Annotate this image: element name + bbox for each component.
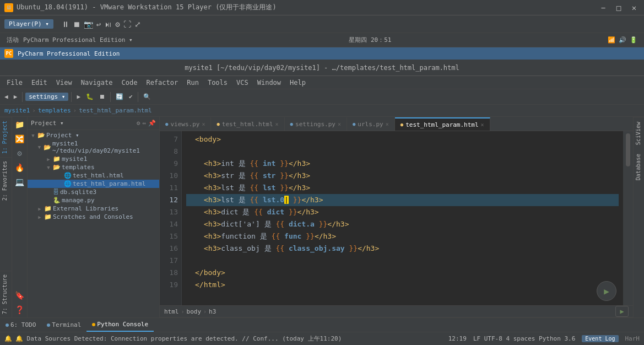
tab-close-urls[interactable]: × (386, 121, 389, 127)
tree-external-libs[interactable]: ▶ 📁 External Libraries (28, 204, 159, 213)
vmware-fullscreen-icon[interactable]: ⛶ (123, 20, 131, 29)
menu-vcs[interactable]: VCS (232, 76, 253, 89)
tree-manage-py[interactable]: ▶ 🐍 manage.py (28, 196, 159, 204)
tab-close-test-html[interactable]: × (275, 121, 279, 127)
run-button[interactable]: ▶ (597, 281, 616, 301)
tree-test-html-param[interactable]: ▶ 🌐 test_html_param.html (28, 180, 159, 188)
bc-html[interactable]: html (164, 308, 179, 315)
line-num-17: 17 (160, 255, 178, 267)
tab-test-html-param[interactable]: ● test_html_param.html × (395, 117, 490, 131)
vmware-restore-icon[interactable]: ↩ (96, 20, 101, 29)
editor-scrollbar[interactable] (626, 133, 630, 166)
tab-close-views[interactable]: × (202, 121, 205, 127)
menu-navigate[interactable]: Navigate (77, 76, 117, 89)
bottom-tab-terminal[interactable]: Terminal (41, 318, 86, 332)
vmware-settings-icon[interactable]: ⚙ (115, 20, 120, 29)
breadcrumb-templates[interactable]: templates (38, 107, 71, 114)
vmware-unity-icon[interactable]: ⤢ (134, 20, 141, 29)
tree-mysite1-sub[interactable]: ▶ 📁 mysite1 (28, 155, 159, 163)
left-icon-bar: 📁 🔀 ⚙ 🔥 💻 🔖 ❓ (12, 117, 28, 317)
tree-templates[interactable]: ▼ 📂 templates (28, 163, 159, 171)
settings-button[interactable]: settings ▾ (25, 93, 68, 101)
tab-test-html[interactable]: ● test_html.html × (211, 117, 284, 131)
bottom-tabs: 6: TODO Terminal Python Console (0, 317, 644, 332)
tree-test-html[interactable]: ▶ 🌐 test_html.html (28, 171, 159, 180)
toolbar-debug-icon[interactable]: 🐛 (84, 92, 96, 101)
project-expand-icon[interactable]: ⇔ (142, 120, 146, 127)
menu-window[interactable]: Window (253, 76, 285, 89)
run-icon-bottom[interactable]: ▶ (615, 306, 629, 317)
tab-close-test-html-param[interactable]: × (481, 122, 484, 128)
toolbar-forward-icon[interactable]: ▶ (12, 92, 20, 101)
tab-views-py[interactable]: ● views.py × (160, 117, 211, 131)
volume-icon[interactable]: 🔊 (619, 36, 626, 44)
code-editor[interactable]: 7 8 9 10 11 12 13 14 15 16 17 18 19 <bod… (160, 131, 633, 305)
tree-project-root[interactable]: ▼ 📂 Project ▾ (28, 131, 159, 139)
vmware-suspend-icon[interactable]: ⏯ (104, 20, 112, 29)
toolbar-git-icon[interactable]: 🔄 (113, 92, 126, 101)
menu-tools[interactable]: Tools (203, 76, 232, 89)
tree-scratches[interactable]: ▶ 📁 Scratches and Consoles (28, 213, 159, 221)
code-line-7: <body> (186, 133, 619, 145)
toolbar-stop-icon[interactable]: ⏹ (97, 92, 107, 101)
folder-icon-mysite1-sub: 📁 (53, 155, 61, 163)
vmware-stop-icon[interactable]: ⏹ (73, 20, 80, 29)
left-tab-structure[interactable]: 7: Structure (0, 271, 12, 317)
tree-db-sqlite[interactable]: ▶ 🗄 db.sqlite3 (28, 188, 159, 196)
tab-close-settings[interactable]: × (338, 121, 341, 127)
player-menu[interactable]: Player(P) ▾ (4, 19, 53, 29)
sidebar-settings-icon[interactable]: ⚙ (14, 148, 25, 159)
breadcrumb-mysite1[interactable]: mysite1 (4, 107, 30, 114)
sidebar-help-icon[interactable]: ❓ (14, 304, 25, 315)
left-tab-favorites[interactable]: 2: Favorites (0, 157, 12, 204)
maximize-button[interactable]: □ (613, 3, 624, 12)
toolbar-back-icon[interactable]: ◀ (2, 92, 10, 101)
code-line-17 (186, 255, 619, 267)
line-num-13: 13 (160, 206, 178, 218)
breadcrumb-file[interactable]: test_html_param.html (79, 107, 151, 114)
toolbar-search-icon[interactable]: 🔍 (141, 92, 153, 101)
vmware-snapshot-icon[interactable]: 📷 (84, 20, 93, 29)
code-line-14: <h3>dict['a'] 是 {{ dict.a }}</h3> (186, 218, 619, 230)
menu-view[interactable]: View (52, 76, 77, 89)
ide-bar: PC PyCharm Professional Edition (0, 47, 644, 60)
menu-run[interactable]: Run (182, 76, 203, 89)
minimize-button[interactable]: − (598, 3, 609, 12)
bc-h3[interactable]: h3 (209, 308, 216, 315)
tree-label-mysite1: mysite1 ~/tedu/vip/day02/mysite1 (52, 140, 159, 154)
tab-settings-py[interactable]: ● settings.py × (285, 117, 347, 131)
sidebar-terminal-icon[interactable]: 💻 (14, 176, 25, 187)
sidebar-fire-icon[interactable]: 🔥 (14, 162, 25, 173)
tree-mysite1-root[interactable]: ▼ 📂 mysite1 ~/tedu/vip/day02/mysite1 (28, 139, 159, 155)
menu-edit[interactable]: Edit (27, 76, 52, 89)
network-icon[interactable]: 📶 (608, 36, 615, 44)
sidebar-git-icon[interactable]: 🔀 (14, 133, 25, 144)
bc-body[interactable]: body (187, 308, 202, 315)
sidebar-bookmark-icon[interactable]: 🔖 (14, 290, 25, 301)
code-content[interactable]: <body> <h3>int 是 {{ int }}</h3> <h3>str … (182, 131, 623, 305)
activities-label[interactable]: 活动 (7, 36, 19, 44)
left-tab-project[interactable]: 1: Project (0, 117, 12, 157)
bottom-tab-python-console[interactable]: Python Console (86, 318, 154, 332)
project-panel: Project ▾ ⚙ ⇔ 📌 ▼ 📂 Project ▾ ▼ 📂 (28, 117, 160, 317)
menu-file[interactable]: File (2, 76, 27, 89)
tree-arrow-project: ▼ (30, 133, 36, 138)
project-gear-icon[interactable]: ⚙ (137, 120, 140, 127)
right-tab-database[interactable]: Database (634, 149, 644, 185)
bottom-tab-todo[interactable]: 6: TODO (0, 318, 41, 332)
project-tree: ▼ 📂 Project ▾ ▼ 📂 mysite1 ~/tedu/vip/day… (28, 130, 159, 317)
menu-refactor[interactable]: Refactor (142, 76, 182, 89)
right-tab-sciview[interactable]: SciView (634, 117, 644, 149)
close-button[interactable]: ✕ (629, 3, 640, 12)
toolbar-commit-icon[interactable]: ✔ (127, 92, 135, 101)
sidebar-project-icon[interactable]: 📁 (14, 119, 25, 130)
toolbar-run-icon[interactable]: ▶ (74, 92, 83, 101)
tab-urls-py[interactable]: ● urls.py × (347, 117, 395, 131)
vmware-pause-icon[interactable]: ⏸ (62, 20, 69, 29)
pycharm-label[interactable]: PyCharm Professional Edition ▾ (23, 36, 133, 44)
menu-help[interactable]: Help (285, 76, 310, 89)
project-pin-icon[interactable]: 📌 (148, 120, 156, 127)
menu-code[interactable]: Code (117, 76, 142, 89)
event-log-button[interactable]: Event Log (582, 335, 618, 342)
power-icon[interactable]: 🔋 (630, 36, 637, 44)
